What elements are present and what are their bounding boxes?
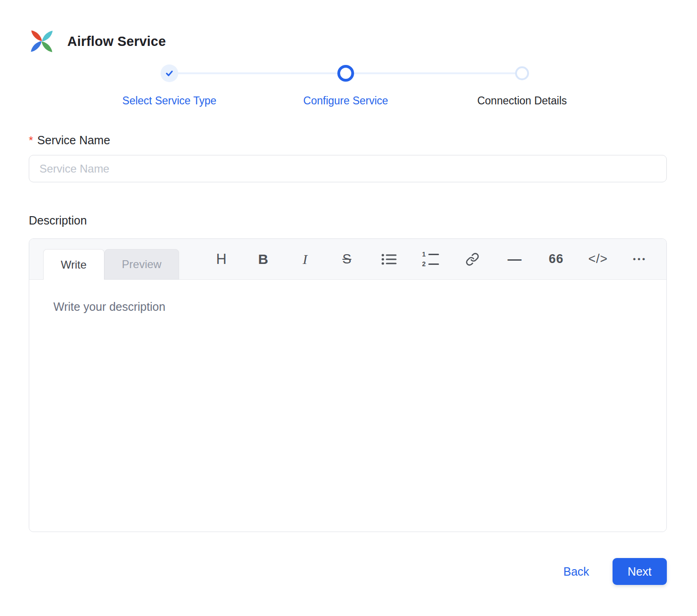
description-textarea[interactable]: [29, 280, 666, 532]
toolbar-ordered-list-button[interactable]: 1 2: [420, 249, 441, 270]
description-markdown-editor: Write Preview H B I S: [29, 238, 667, 532]
step-label: Configure Service: [303, 94, 388, 108]
step-label: Select Service Type: [123, 94, 217, 108]
stepper-step-connection-details: Connection Details: [434, 64, 610, 108]
service-name-input[interactable]: [29, 155, 667, 182]
stepper: Select Service Type Configure Service Co…: [29, 64, 667, 108]
stepper-step-configure-service: Configure Service: [258, 64, 434, 108]
toolbar-quote-button[interactable]: 66: [546, 249, 567, 270]
step-completed-indicator: [161, 64, 178, 82]
page-header: Airflow Service: [29, 28, 667, 55]
strikethrough-icon: S: [342, 251, 351, 267]
toolbar-unordered-list-button[interactable]: [378, 249, 400, 270]
description-label: Description: [29, 214, 667, 227]
toolbar-bold-button[interactable]: B: [252, 249, 274, 270]
link-icon: [465, 252, 479, 266]
step-label: Connection Details: [477, 94, 567, 108]
unordered-list-icon: [381, 252, 397, 266]
tab-preview[interactable]: Preview: [104, 249, 179, 280]
toolbar-heading-button[interactable]: H: [211, 249, 232, 270]
toolbar-code-button[interactable]: </>: [587, 249, 609, 270]
required-asterisk: *: [29, 134, 33, 147]
italic-icon: I: [303, 251, 307, 267]
ordered-list-icon: 1 2: [422, 251, 439, 267]
heading-icon: H: [216, 251, 226, 268]
editor-write-area: [29, 280, 666, 532]
code-icon: </>: [588, 252, 608, 266]
back-button[interactable]: Back: [563, 565, 589, 578]
toolbar-strikethrough-button[interactable]: S: [336, 249, 358, 270]
stepper-step-select-service-type: Select Service Type: [81, 64, 258, 108]
check-icon: [165, 69, 174, 78]
airflow-pinwheel-icon: [29, 28, 55, 54]
editor-toolbar: Write Preview H B I S: [29, 239, 666, 280]
step-active-indicator: [337, 65, 354, 82]
editor-tabs: Write Preview: [43, 249, 179, 280]
toolbar-buttons: H B I S: [211, 249, 657, 270]
toolbar-horizontal-rule-button[interactable]: —: [503, 249, 525, 270]
bold-icon: B: [258, 251, 268, 267]
service-name-label: *Service Name: [29, 134, 667, 147]
quote-icon: 66: [549, 252, 564, 266]
next-button[interactable]: Next: [613, 558, 667, 585]
toolbar-italic-button[interactable]: I: [294, 249, 316, 270]
horizontal-rule-icon: —: [508, 251, 521, 267]
toolbar-link-button[interactable]: [462, 249, 483, 270]
tab-write[interactable]: Write: [43, 249, 104, 280]
more-options-icon: •••: [633, 255, 647, 264]
step-pending-indicator: [515, 66, 529, 80]
wizard-actions: Back Next: [29, 558, 667, 585]
page-title: Airflow Service: [67, 34, 166, 49]
add-service-page: Airflow Service Select Service Type: [0, 0, 697, 616]
toolbar-more-button[interactable]: •••: [629, 249, 651, 270]
